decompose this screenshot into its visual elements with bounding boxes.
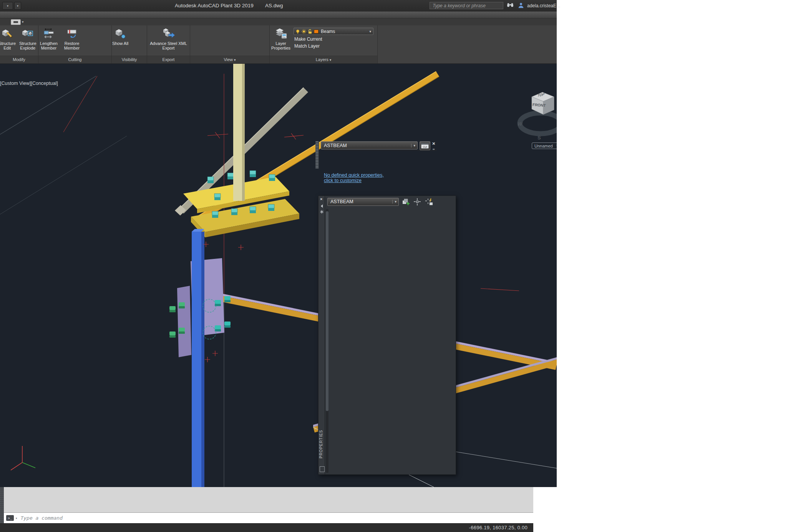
viewcube-front-face[interactable]: FRONT (533, 103, 546, 108)
coordinates-readout: -6696.19, 16037.25, 0.00 (465, 525, 532, 530)
lengthen-member-icon (42, 27, 55, 41)
quick-access-overflow-button[interactable]: ▾ (14, 2, 21, 10)
chevron-down-icon: ▾ (369, 30, 371, 33)
no-quick-properties-link[interactable]: No defined quick properties, (324, 172, 384, 178)
scrollbar-thumb[interactable] (326, 211, 328, 411)
properties-palette: × PROPERTIES ASTBEAM ▾ (318, 196, 456, 475)
viewcube-view-selector[interactable]: Unnamed ▽ (532, 143, 557, 149)
autocad-window: ▾ ▾ Autodesk AutoCAD Plant 3D 2019 AS.dw… (0, 0, 557, 532)
panel-label-text: View (224, 57, 233, 62)
structure-edit-button[interactable]: Structure Edit (0, 27, 18, 50)
chevron-down-icon: ▾ (411, 144, 415, 148)
object-type-selector[interactable]: ASTBEAM ▾ (327, 198, 399, 206)
command-window-grip[interactable] (0, 487, 4, 523)
command-prompt-icon: >_ (6, 515, 14, 521)
panel-label-export[interactable]: Export (147, 56, 190, 63)
view-name: Unnamed (534, 143, 553, 149)
panel-label-modify[interactable]: Modify (0, 56, 38, 63)
panel-label-cutting[interactable]: Cutting (38, 56, 111, 63)
axis-line-red (63, 76, 97, 132)
chevron-down-icon: ▾ (17, 4, 18, 8)
viewcube-south-label[interactable]: S (538, 135, 541, 141)
menu-icon: ▾ (7, 4, 8, 8)
close-icon[interactable]: × (320, 197, 322, 201)
layer-thaw-icon[interactable] (301, 29, 307, 34)
viewcube-west-label[interactable]: W (518, 121, 522, 127)
ribbon-panel-modify: Structure Edit Structure Explode Modify (0, 25, 38, 63)
title-bar: ▾ ▾ Autodesk AutoCAD Plant 3D 2019 AS.dw… (0, 0, 557, 12)
chevron-down-icon: ▾ (22, 20, 24, 24)
ribbon-minimize-button[interactable]: ▾ (11, 19, 24, 25)
restore-member-button[interactable]: Restore Member (61, 27, 83, 50)
axis-line-red (481, 288, 519, 291)
options-icon[interactable]: ≡ (433, 148, 435, 152)
3d-plate-lavender[interactable] (177, 286, 191, 357)
layer-dropdown[interactable]: Beams ▾ (294, 28, 373, 35)
button-label: Restore Member (61, 41, 83, 50)
person-icon (518, 2, 524, 8)
show-all-button[interactable]: Show All (112, 27, 129, 46)
current-layer-name: Beams (320, 29, 368, 34)
svg-text:CUI: CUI (423, 146, 427, 148)
drawing-viewport[interactable]: [-][Custom View][Conceptual] W S TOP FRO… (0, 64, 557, 487)
command-input-row[interactable]: >_ ▾ Type a command (4, 513, 533, 523)
ribbon-panel-visibility: Show All Visibility (112, 25, 147, 63)
ribbon-panel-cutting: Lengthen Member Restore Member Cutting (38, 25, 112, 63)
ribbon: Structure Edit Structure Explode Modify … (0, 25, 557, 64)
make-current-button[interactable]: Make Current (294, 36, 322, 42)
chevron-down-icon: ▽ (556, 143, 557, 149)
construction-line (0, 136, 127, 214)
quick-properties-popup: ASTBEAM ▾ CUI × ≡ No defined quick prope… (315, 141, 448, 182)
panel-toggle-icon (11, 19, 21, 25)
button-label: Layer Properties (270, 41, 292, 50)
layer-color-swatch[interactable] (314, 29, 319, 34)
window-title: Autodesk AutoCAD Plant 3D 2019 AS.dwg (175, 3, 283, 8)
quick-access-toolbar: ▾ ▾ (2, 2, 21, 10)
help-search-input[interactable]: Type a keyword or phrase (430, 2, 503, 9)
quick-properties-object-selector[interactable]: ASTBEAM ▾ (321, 141, 418, 149)
toggle-pickadd-icon[interactable] (401, 198, 410, 206)
click-to-customize-link[interactable]: click to customize (324, 178, 362, 183)
layer-properties-button[interactable]: Layer Properties (270, 27, 292, 50)
command-history[interactable] (4, 487, 533, 513)
command-input[interactable]: Type a command (20, 515, 63, 521)
ribbon-tab-bar: ▾ (0, 18, 557, 25)
match-layer-button[interactable]: Match Layer (294, 43, 320, 49)
quick-properties-table (324, 150, 437, 151)
viewport-controls-label[interactable]: [-][Custom View][Conceptual] (0, 81, 58, 86)
cui-button[interactable]: CUI (420, 141, 430, 150)
ribbon-empty-area (378, 25, 557, 63)
palette-header: ASTBEAM ▾ (325, 196, 456, 207)
panel-label-layers[interactable]: Layers▾ (270, 56, 377, 63)
chevron-down-icon: ▾ (392, 200, 396, 204)
3d-column-cream[interactable] (233, 64, 245, 201)
3d-column-blue[interactable] (192, 229, 204, 487)
panel-label-visibility[interactable]: Visibility (112, 56, 147, 63)
ribbon-panel-export: Advance Steel XML Export Export (147, 25, 190, 63)
chevron-down-icon: ▾ (330, 58, 332, 62)
popup-grip-handle[interactable] (315, 141, 319, 169)
panel-label-view[interactable]: View▾ (190, 56, 269, 63)
close-icon[interactable]: × (432, 141, 435, 146)
binoculars-icon[interactable] (506, 2, 514, 8)
restore-member-icon (65, 27, 78, 41)
auto-hide-icon[interactable] (320, 203, 324, 207)
viewcube[interactable] (520, 92, 557, 134)
ribbon-panel-layers: Layer Properties Beams ▾ Make Current (270, 25, 378, 63)
menu-bar (0, 12, 557, 18)
layer-on-icon[interactable] (295, 29, 300, 34)
layer-unlock-icon[interactable] (307, 29, 313, 34)
selected-object-type: ASTBEAM (330, 199, 353, 204)
palette-settings-icon[interactable] (320, 209, 324, 213)
signed-in-user[interactable]: adela.cristeaE... (527, 3, 560, 8)
command-window: >_ ▾ Type a command (0, 487, 533, 523)
structure-explode-button[interactable]: Structure Explode (18, 27, 38, 50)
lengthen-member-button[interactable]: Lengthen Member (38, 27, 59, 50)
advance-steel-xml-export-button[interactable]: Advance Steel XML Export (148, 27, 189, 50)
quick-access-dropdown-button[interactable]: ▾ (2, 2, 13, 10)
select-objects-icon[interactable] (413, 198, 422, 206)
selected-object-type: ASTBEAM (324, 143, 347, 148)
quick-select-icon[interactable] (425, 198, 433, 206)
button-label: Lengthen Member (38, 41, 59, 50)
layer-properties-icon (274, 27, 287, 41)
